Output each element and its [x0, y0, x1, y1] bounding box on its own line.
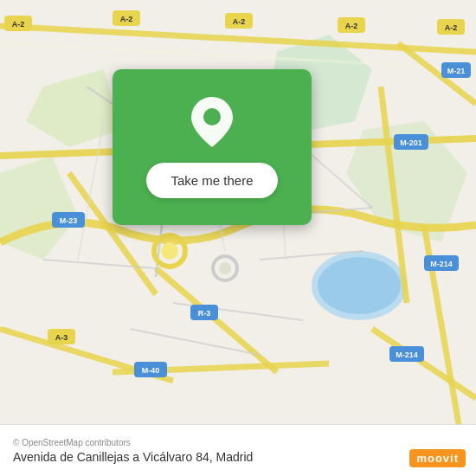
svg-text:A-2: A-2 — [120, 15, 133, 23]
svg-text:A-2: A-2 — [345, 22, 358, 30]
svg-text:A-3: A-3 — [55, 333, 68, 342]
svg-text:A-2: A-2 — [12, 20, 25, 29]
copyright-text: © OpenStreetMap contributors — [13, 438, 463, 447]
moovit-logo: moovit — [409, 449, 466, 467]
location-pin-icon — [191, 97, 233, 147]
svg-point-61 — [219, 262, 231, 274]
svg-point-59 — [161, 242, 178, 260]
svg-text:M-214: M-214 — [396, 351, 418, 359]
location-card: Take me there — [113, 69, 312, 225]
svg-point-62 — [203, 108, 221, 125]
svg-text:M-40: M-40 — [142, 366, 160, 375]
bottom-bar: © OpenStreetMap contributors Avenida de … — [0, 424, 476, 476]
svg-text:M-201: M-201 — [400, 138, 422, 147]
svg-text:M-214: M-214 — [430, 260, 453, 268]
svg-text:M-21: M-21 — [447, 67, 466, 75]
svg-text:M-23: M-23 — [60, 216, 78, 225]
svg-point-6 — [318, 257, 401, 314]
map-container: A-2 A-2 A-2 A-2 A-2 M-40 M-40 M-201 M-21… — [0, 0, 476, 424]
svg-text:A-2: A-2 — [233, 17, 246, 26]
moovit-logo-text: moovit — [409, 449, 466, 467]
address-text: Avenida de Canillejas a Vicálvaro 84, Ma… — [13, 450, 463, 464]
svg-text:R-3: R-3 — [198, 309, 211, 318]
svg-text:A-2: A-2 — [445, 23, 458, 32]
take-me-there-button[interactable]: Take me there — [146, 163, 277, 198]
